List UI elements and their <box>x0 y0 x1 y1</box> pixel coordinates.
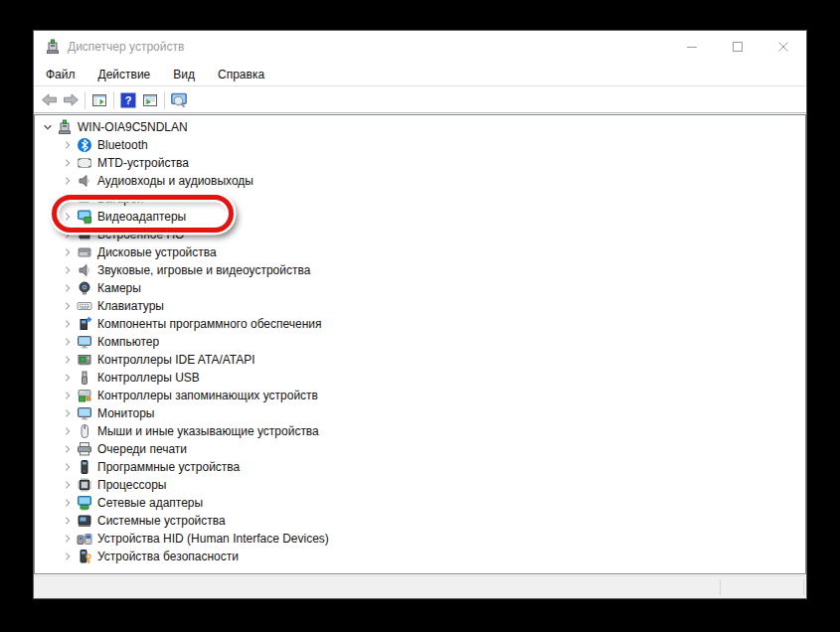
chevron-right-icon[interactable] <box>61 156 75 170</box>
tree-item-label: Контроллеры IDE ATA/ATAPI <box>97 353 255 367</box>
chevron-right-icon[interactable] <box>61 460 75 474</box>
computer-device-icon <box>77 334 92 350</box>
tree-item[interactable]: Сетевые адаптеры <box>35 494 805 512</box>
window-title: Диспетчер устройств <box>68 40 184 54</box>
chevron-right-icon[interactable] <box>61 532 75 546</box>
mouse-icon <box>77 423 92 439</box>
tree-item[interactable]: Мыши и иные указывающие устройства <box>35 422 805 440</box>
chevron-right-icon[interactable] <box>61 353 75 367</box>
tree-item[interactable]: Дисковые устройства <box>35 243 805 261</box>
tree-item-label: Контроллеры запоминающих устройств <box>97 389 318 402</box>
status-bar <box>34 575 806 598</box>
chevron-right-icon[interactable] <box>61 406 75 420</box>
tree-item-label: Батареи <box>97 192 143 206</box>
chevron-right-icon[interactable] <box>61 550 75 563</box>
chevron-right-icon[interactable] <box>61 245 75 259</box>
firmware-icon <box>77 227 92 242</box>
tree-item[interactable]: Контроллеры IDE ATA/ATAPI <box>35 351 805 369</box>
tree-item[interactable]: Мониторы <box>35 404 805 422</box>
help-icon[interactable]: ? <box>117 90 139 110</box>
tree-item[interactable]: Контроллеры USB <box>35 369 805 387</box>
chevron-right-icon[interactable] <box>61 174 75 188</box>
chevron-right-icon[interactable] <box>61 228 75 241</box>
computer-icon <box>57 119 73 135</box>
forward-icon[interactable] <box>60 90 82 110</box>
chevron-right-icon[interactable] <box>61 299 75 313</box>
tree-item-label: Устройства безопасности <box>97 550 239 563</box>
menu-action[interactable]: Действие <box>88 64 161 85</box>
maximize-icon <box>732 41 744 53</box>
statusbar-separator <box>720 579 721 595</box>
back-icon[interactable] <box>38 90 60 110</box>
tree-item[interactable]: Системные устройства <box>35 512 805 530</box>
tree-item[interactable]: Компьютер <box>35 333 805 351</box>
show-console-tree-icon[interactable] <box>88 90 110 110</box>
tree-item[interactable]: Аудиовходы и аудиовыходы <box>35 172 805 190</box>
minimize-button[interactable] <box>669 31 715 63</box>
monitor-icon <box>77 405 92 421</box>
tree-item[interactable]: Устройства HID (Human Interface Devices) <box>35 530 805 548</box>
chevron-down-icon[interactable] <box>41 120 55 134</box>
bluetooth-icon <box>77 137 92 153</box>
tree-item-label: Мониторы <box>97 406 154 420</box>
scan-hardware-changes-icon[interactable] <box>168 90 190 110</box>
chevron-right-icon[interactable] <box>61 210 75 224</box>
print-queue-icon <box>77 441 92 457</box>
tree-item-label: Звуковые, игровые и видеоустройства <box>97 263 310 277</box>
ide-controller-icon <box>77 352 92 368</box>
sound-device-icon <box>77 262 92 278</box>
tree-item[interactable]: Звуковые, игровые и видеоустройства <box>35 261 805 279</box>
menu-view[interactable]: Вид <box>163 64 205 85</box>
menu-file[interactable]: Файл <box>36 64 85 85</box>
software-component-icon <box>77 316 92 332</box>
tree-item[interactable]: Батареи <box>35 190 805 208</box>
chevron-right-icon[interactable] <box>61 263 75 277</box>
chevron-right-icon[interactable] <box>61 442 75 456</box>
tree-item[interactable]: Клавиатуры <box>35 297 805 315</box>
chevron-right-icon[interactable] <box>61 138 75 152</box>
keyboard-icon <box>77 298 92 314</box>
camera-icon <box>77 280 92 296</box>
chevron-right-icon[interactable] <box>61 371 75 385</box>
tree-item[interactable]: Программные устройства <box>35 458 805 476</box>
svg-text:?: ? <box>125 94 132 106</box>
tree-item[interactable]: MTD-устройства <box>35 154 805 172</box>
chevron-right-icon[interactable] <box>61 335 75 349</box>
properties-icon[interactable] <box>139 90 161 110</box>
chevron-right-icon[interactable] <box>61 514 75 528</box>
chevron-right-icon[interactable] <box>61 496 75 510</box>
tree-item[interactable]: Контроллеры запоминающих устройств <box>35 387 805 404</box>
tree-item[interactable]: Видеоадаптеры <box>35 208 805 226</box>
chevron-right-icon[interactable] <box>61 389 75 402</box>
tree-item[interactable]: Bluetooth <box>35 136 805 154</box>
close-icon <box>777 41 789 53</box>
tree-item[interactable]: Процессоры <box>35 476 805 494</box>
tree-item[interactable]: Встроенное ПО <box>35 226 805 243</box>
toolbar: ? <box>34 87 806 113</box>
tree-item-label: Устройства HID (Human Interface Devices) <box>97 532 329 546</box>
chevron-right-icon[interactable] <box>61 317 75 331</box>
battery-icon <box>77 191 92 207</box>
tree-item-label: Компоненты программного обеспечения <box>97 317 322 331</box>
menu-help[interactable]: Справка <box>208 64 274 85</box>
tree-item[interactable]: Камеры <box>35 279 805 297</box>
display-adapter-icon <box>77 209 92 225</box>
system-device-icon <box>77 513 92 529</box>
tree-item-label: Клавиатуры <box>97 299 164 313</box>
hid-device-icon <box>77 531 92 547</box>
processor-icon <box>77 477 92 493</box>
close-button[interactable] <box>760 31 806 63</box>
chevron-right-icon[interactable] <box>61 424 75 438</box>
tree-item[interactable]: Компоненты программного обеспечения <box>35 315 805 333</box>
chevron-right-icon[interactable] <box>61 478 75 492</box>
tree-item-label: Сетевые адаптеры <box>97 496 203 510</box>
tree-item-label: Контроллеры USB <box>97 371 200 385</box>
device-manager-icon <box>45 39 61 55</box>
tree-item-label: Видеоадаптеры <box>97 210 186 224</box>
chevron-right-icon[interactable] <box>61 281 75 295</box>
tree-item[interactable]: Очереди печати <box>35 440 805 458</box>
tree-item[interactable]: WIN-OIA9C5NDLAN <box>35 118 805 136</box>
maximize-button[interactable] <box>715 31 760 63</box>
tree-item[interactable]: Устройства безопасности <box>35 548 805 565</box>
chevron-right-icon[interactable] <box>61 192 75 206</box>
